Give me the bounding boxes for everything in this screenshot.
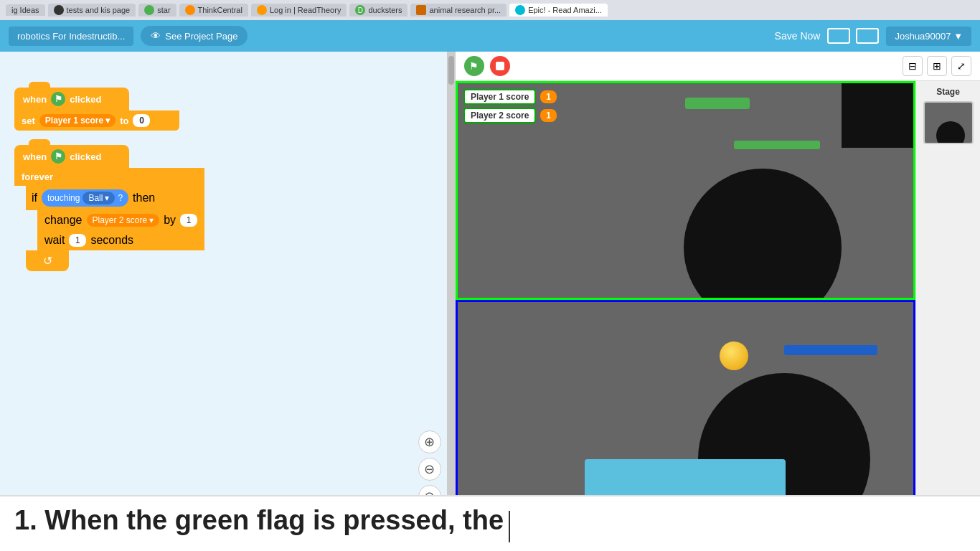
see-project-btn[interactable]: 👁 See Project Page <box>141 26 248 46</box>
player1-score-label: Player 1 score <box>463 89 536 105</box>
username-label: Joshua90007 <box>895 31 951 42</box>
tab-tests-kis-label: tests and kis page <box>67 6 131 14</box>
by-label: by <box>164 214 176 227</box>
fullscreen-btn[interactable]: ⤢ <box>951 56 971 76</box>
variable-pill-1[interactable]: Player 1 score ▾ <box>39 114 116 127</box>
tab-readtheory[interactable]: Log in | ReadTheory <box>251 4 347 17</box>
change-variable-pill[interactable]: Player 2 score ▾ <box>87 214 160 227</box>
seconds-label: seconds <box>90 234 133 247</box>
tab-tests-kis[interactable]: tests and kis page <box>48 4 136 17</box>
forever-label: forever <box>22 171 53 182</box>
set-value-1[interactable]: 0 <box>133 114 150 127</box>
topbar-left: robotics For Indestructib... 👁 See Proje… <box>9 26 248 46</box>
change-value[interactable]: 1 <box>180 214 197 227</box>
question-mark: ? <box>118 193 123 203</box>
block-change[interactable]: change Player 2 score ▾ by 1 <box>37 210 204 230</box>
tab-animal-research-label: animal research pr... <box>429 6 501 14</box>
score-overlay: Player 1 score 1 Player 2 score 1 <box>463 89 557 123</box>
set-label-1: set <box>22 116 35 126</box>
flag-icon-2: ⚑ <box>51 149 65 164</box>
tab-readtheory-label: Log in | ReadTheory <box>270 6 341 14</box>
block-group-2: when ⚑ clicked forever if touching Ball … <box>14 145 441 271</box>
layout-icon-2 <box>856 28 879 44</box>
stage-controls-left: ⚑ <box>464 56 510 76</box>
green-rect-top <box>685 98 750 109</box>
tab-ig-ideas-label: ig Ideas <box>11 6 39 14</box>
player2-score-label: Player 2 score <box>463 108 536 123</box>
bottom-text-bar: 1. When the green flag is pressed, the <box>0 495 980 551</box>
block-end-cap: ↺ <box>26 250 69 271</box>
main-area: when ⚑ clicked set Player 1 score ▾ to 0 <box>0 52 980 551</box>
tab-star-label: star <box>157 6 170 14</box>
stage-sidebar: Stage <box>915 81 980 519</box>
ball-label: Ball <box>88 193 103 203</box>
ball-pill[interactable]: Ball ▾ <box>83 192 115 204</box>
block-if[interactable]: if touching Ball ▾ ? then <box>26 186 204 210</box>
dropdown-arrow-variable-1: ▾ <box>105 116 110 126</box>
bottom-text: 1. When the green flag is pressed, the <box>14 505 504 535</box>
then-label: then <box>133 192 155 204</box>
touching-label: touching <box>47 193 80 203</box>
save-now-btn[interactable]: Save Now <box>775 30 821 42</box>
change-variable-name: Player 2 score <box>93 215 148 225</box>
code-panel: when ⚑ clicked set Player 1 score ▾ to 0 <box>0 52 456 551</box>
tab-thinkcentral[interactable]: ThinkCentral <box>179 4 248 17</box>
green-platform-top <box>734 141 820 149</box>
layout-large-btn[interactable]: ⊞ <box>927 56 947 76</box>
clicked-label-2: clicked <box>70 151 101 162</box>
zoom-out-btn[interactable]: ⊖ <box>418 458 441 481</box>
scroll-divider[interactable] <box>447 52 456 551</box>
stage-bottom <box>456 300 915 519</box>
layout-small-btn[interactable]: ⊟ <box>903 56 923 76</box>
score-row-1: Player 1 score 1 <box>463 89 557 105</box>
stage-top: Player 1 score 1 Player 2 score 1 <box>456 81 915 300</box>
ctrl-stop-icon <box>496 62 504 70</box>
blue-platform-bottom <box>784 345 877 355</box>
scroll-handle <box>448 56 454 85</box>
black-circle-top <box>684 169 842 300</box>
clicked-label-1: clicked <box>70 94 101 105</box>
player2-score-value: 1 <box>540 109 557 122</box>
gold-ball <box>720 342 748 370</box>
stage-thumb-circle <box>936 121 965 144</box>
tab-star[interactable]: star <box>138 4 176 17</box>
browser-tabs-bar: ig Ideas tests and kis page star ThinkCe… <box>0 0 980 20</box>
ctrl-green-flag-btn[interactable]: ⚑ <box>464 56 484 76</box>
layout-small-icon: ⊟ <box>908 60 917 72</box>
stage-sidebar-label: Stage <box>936 87 960 97</box>
ctrl-flag-icon: ⚑ <box>469 60 479 72</box>
if-label: if <box>32 192 37 204</box>
tab-ig-ideas[interactable]: ig Ideas <box>6 4 45 16</box>
change-label: change <box>44 214 83 227</box>
tab-animal-research[interactable]: animal research pr... <box>410 4 507 17</box>
stage-thumbnail[interactable] <box>923 101 974 144</box>
tab-epic-label: Epic! - Read Amazi... <box>528 6 602 14</box>
layout-icon-1 <box>827 28 850 44</box>
block-wait[interactable]: wait 1 seconds <box>37 230 204 250</box>
zoom-in-btn[interactable]: ⊕ <box>418 430 441 453</box>
project-title-btn[interactable]: robotics For Indestructib... <box>9 27 133 46</box>
tab-thinkcentral-label: ThinkCentral <box>198 6 242 14</box>
wait-label: wait <box>44 234 65 247</box>
zoom-out-icon: ⊖ <box>424 461 435 477</box>
block-group-1: when ⚑ clicked set Player 1 score ▾ to 0 <box>14 88 441 131</box>
user-account-btn[interactable]: Joshua90007 ▼ <box>886 27 971 46</box>
block-hat-1[interactable]: when ⚑ clicked <box>14 88 129 110</box>
block-touching[interactable]: touching Ball ▾ ? <box>42 189 128 207</box>
tab-ducksters[interactable]: D ducksters <box>349 4 407 17</box>
dropdown-arrow-icon: ▼ <box>953 31 963 42</box>
ctrl-stop-btn[interactable] <box>490 56 510 76</box>
tab-epic[interactable]: Epic! - Read Amazi... <box>509 4 608 17</box>
ball-dropdown-icon: ▾ <box>105 193 109 203</box>
flag-icon-1: ⚑ <box>51 92 65 106</box>
stage-panel: ⚑ ⊟ ⊞ ⤢ <box>456 52 980 551</box>
save-now-label: Save Now <box>775 30 821 42</box>
when-label-1: when <box>23 94 47 105</box>
wait-value[interactable]: 1 <box>69 234 86 247</box>
block-set-1[interactable]: set Player 1 score ▾ to 0 <box>14 110 179 131</box>
text-cursor <box>509 511 510 542</box>
stage-main: Player 1 score 1 Player 2 score 1 <box>456 81 915 519</box>
block-hat-2[interactable]: when ⚑ clicked <box>14 145 129 168</box>
block-forever[interactable]: forever <box>14 168 204 186</box>
zoom-in-icon: ⊕ <box>424 434 435 450</box>
